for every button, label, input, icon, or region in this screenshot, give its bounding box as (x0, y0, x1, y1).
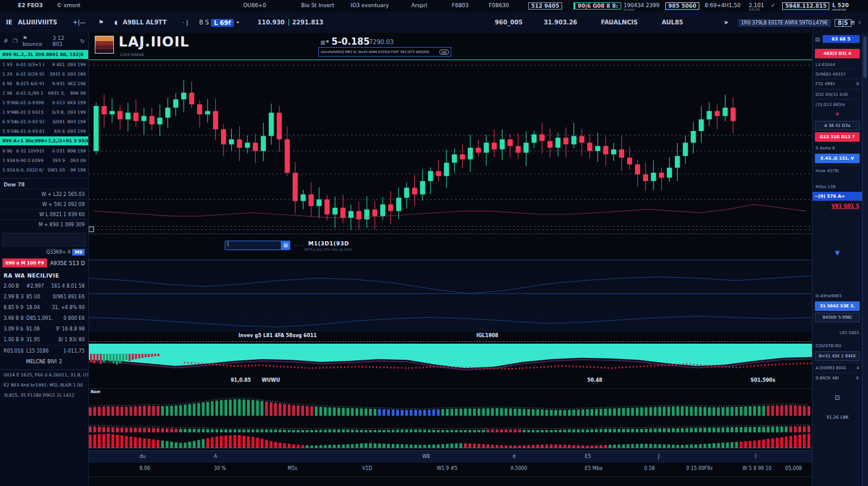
table-row[interactable]: 6 9'346-01 0-93 93-63/091893 199 (0, 117, 88, 126)
toolbar-item[interactable]: IE (6, 19, 13, 26)
panel-button[interactable]: A 36 41 D3a (815, 121, 860, 130)
money-row[interactable]: 8.85 9 918.0431, +6 8% 90 (0, 302, 88, 313)
table-row[interactable]: 9 966-31 10V919 1H0 031898 199 (0, 146, 88, 155)
table-row[interactable]: 5 9'346-01 0-93 6143/0 6093 199 (0, 126, 88, 136)
field-row[interactable]: A:5t0993 80414 (815, 363, 860, 373)
footer-header[interactable]: A (214, 454, 217, 459)
toolbar-item[interactable]: 960_005 (495, 19, 523, 26)
menu-item[interactable]: L 520wswsw (832, 2, 849, 11)
menu-item[interactable]: Bio St Invert (301, 2, 334, 8)
candlestick-chart[interactable] (89, 60, 812, 233)
toolbar-item[interactable]: 31.903.26 (544, 19, 577, 26)
toolbar-item[interactable]: FAUALNCIS (601, 19, 638, 26)
field-row[interactable]: 9.8fd3t 48tE (815, 373, 860, 383)
histogram-panel[interactable]: 9am (89, 388, 812, 450)
money-row[interactable]: 3.66 B 8D85.1,091,0 800 E6 (0, 313, 88, 323)
highlighted-order-row[interactable]: 899 A+1 3hr,999+7,2,/3+91 3 93|6 (0, 136, 88, 145)
sell-button[interactable]: G13 31G D13 7 (815, 132, 860, 142)
menu-item[interactable]: 8:69+4H1,50 (705, 2, 740, 8)
field-row[interactable]: F31 49910 (815, 79, 860, 89)
toolbar-item[interactable]: B S (199, 19, 209, 26)
menu-item[interactable]: OU86+0 (243, 2, 266, 8)
grid-icon[interactable]: ▤ (815, 36, 820, 42)
table-row[interactable]: 1 936-01 0/3+1 889 401093 199 (0, 60, 88, 69)
footer-header[interactable]: E5 (585, 454, 591, 459)
menu-item[interactable]: 985 5060 (665, 2, 699, 10)
sell-button[interactable]: 463(3 D3( 4 (815, 49, 860, 58)
scrollbar-thumb[interactable] (863, 36, 867, 78)
footer-header[interactable]: I (755, 454, 756, 459)
toolbar-item[interactable]: 1R0 379L8 E01TE A9RX 59TO.L479E (738, 19, 831, 27)
indicator-input[interactable]: | (225, 241, 284, 250)
panel1-value-red: 91,0.85 (231, 378, 251, 383)
selected-row[interactable]: ~(9) 576 A= (813, 192, 862, 201)
menu-item[interactable]: Arsprl (411, 2, 427, 8)
menu-item[interactable]: F08630 (489, 2, 509, 8)
table-row[interactable]: 1 9'966-01 0-9399K9 0136K9 199 (0, 98, 88, 107)
buy-button[interactable]: 31 5642 53E 3. (815, 301, 860, 311)
menu-item[interactable]: 190434 2399wuwei (624, 2, 659, 11)
menu-item[interactable]: ✓ (771, 2, 776, 8)
toolbar-item[interactable]: AUL85 (662, 19, 683, 26)
window-icon[interactable]: ⊡ (815, 392, 860, 403)
toolbar-item[interactable]: ALUIIIVIIITS (18, 19, 57, 26)
table-row[interactable]: 1 296-01 0/29 923931 6093 189 (0, 69, 88, 79)
pennant-icon[interactable]: ⚑ (98, 19, 104, 26)
rp-active-tab[interactable]: 63 68 5 (823, 35, 860, 43)
menu-item[interactable]: IO3 eventuary (351, 2, 389, 8)
toolbar-item[interactable]: 2291.813 (292, 19, 324, 26)
apply-button[interactable]: ⊞ (281, 241, 290, 250)
folder-icon[interactable]: ❐ (13, 38, 18, 44)
menu-item[interactable]: 2.101d3s29 (749, 2, 764, 11)
hash-icon[interactable]: # (4, 38, 8, 44)
footer-header[interactable]: d (513, 454, 516, 459)
toolbar-item[interactable]: ‹ (858, 19, 861, 26)
toolbar-item[interactable]: • (236, 19, 240, 26)
toolbar-item[interactable]: · | (182, 19, 188, 26)
dropdown-icon[interactable]: ▼ (815, 248, 860, 258)
menu-item[interactable]: 90|6 G08 8 8: (574, 2, 621, 10)
table-row[interactable]: 1 9'986-01 0 932336/3 8,093 199 (0, 107, 88, 117)
oscillator-panel[interactable] (89, 341, 812, 376)
toolbar-item[interactable]: ≣ (850, 19, 855, 26)
footer-header[interactable]: du (140, 454, 145, 459)
symbol-thumbnail[interactable] (95, 36, 114, 54)
buy-button[interactable]: E.43.,G 131, V (815, 154, 860, 163)
table-row[interactable]: 1 9166-0, 0310 6/10W1 0399 199 (0, 165, 88, 175)
money-row[interactable]: 2.99 B 385 U00/961 891 E6 (0, 291, 88, 302)
toolbar-item[interactable]: A9BLL AL9TT (123, 19, 167, 26)
panel-button[interactable]: B=51 45E 1 94EK (815, 351, 860, 361)
toolbar-item[interactable]: L 69f (211, 19, 234, 27)
money-row[interactable]: 3.09 9 b91.069' 16 8.8 98 (0, 323, 88, 334)
menu-item[interactable]: © xmsnt (57, 2, 80, 8)
counter-label[interactable]: 3 12 801 (52, 35, 76, 47)
crescent-icon[interactable]: ◖ (114, 19, 117, 26)
panel-button[interactable]: B45t0r 5-998( (815, 313, 860, 322)
menu-item[interactable]: F6803 (452, 2, 469, 8)
red-badge[interactable]: 890 a M 100 F9 (2, 258, 47, 267)
footer-header[interactable]: W8 (422, 454, 430, 459)
money-row[interactable]: 2.00 B#2,997161 4 8.01 58 (0, 281, 88, 291)
table-row[interactable]: 1 9346-90 0 6399 93393 9093 09 (0, 155, 88, 165)
flag-bounce[interactable]: ⚑ bounce (23, 35, 48, 47)
toolbar-item[interactable]: +|— (73, 19, 86, 26)
money-row[interactable]: 1.00 B 931.958/ 1 83( 80 (0, 334, 88, 345)
alert-value[interactable]: V91 G01 5 (815, 202, 860, 211)
scrollbar[interactable] (862, 33, 868, 486)
highlighted-order-row[interactable]: 899 9L.2,.3L 299.8991 80, 532|6 (0, 50, 88, 59)
footer-header[interactable]: J (658, 454, 659, 459)
quote-chip[interactable]: M9 (72, 249, 85, 256)
table-row[interactable]: 6 968-015 6/0 9169-9313K2 196 (0, 79, 88, 88)
toolbar-item[interactable]: ➤ (724, 19, 728, 26)
line-indicator-band[interactable] (89, 260, 812, 332)
table-row[interactable]: 1 966-01 0,/99 1+69931 3,896 99 (0, 88, 88, 98)
menu-item[interactable]: 5948.112.815 (782, 2, 829, 10)
menu-item[interactable]: E2 FEO3 (18, 2, 43, 8)
refresh-icon[interactable]: ↻ (80, 38, 85, 44)
send-icon[interactable]: ✈ (815, 109, 860, 119)
toolbar-item[interactable]: 110.930 (258, 19, 289, 26)
note-button[interactable]: U0 (439, 49, 449, 55)
toolbar-item[interactable]: 8|5 (835, 19, 851, 27)
sidebar-input[interactable] (2, 233, 86, 246)
menu-item[interactable]: 512 9405 (528, 2, 562, 10)
